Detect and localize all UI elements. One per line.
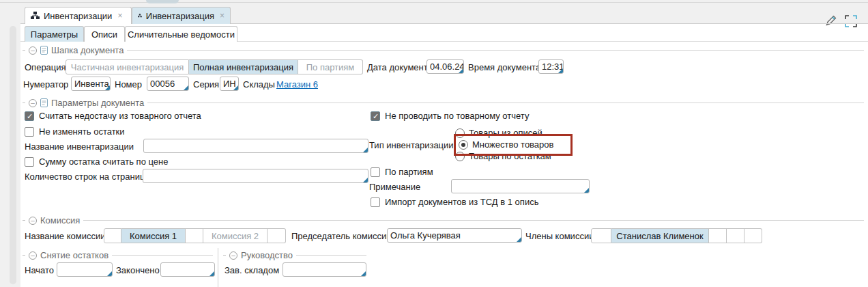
group-line <box>296 255 366 256</box>
checkbox-icon <box>371 197 380 207</box>
chairman-field[interactable]: Ольга Кучерявая <box>387 228 522 243</box>
collapse-icon[interactable] <box>29 99 37 107</box>
group-management: Руководство <box>223 250 366 260</box>
checkbox-by-batches[interactable]: По партиям <box>371 167 433 178</box>
collapse-icon[interactable] <box>29 217 37 225</box>
series-field[interactable]: ИН <box>220 77 239 91</box>
group-line <box>147 102 864 103</box>
checkbox-sum-by-price[interactable]: Сумму остатка считать по цене <box>25 156 168 167</box>
section-divider <box>218 248 218 287</box>
checkbox-label: По партиям <box>385 167 433 178</box>
checkbox-no-goods-report[interactable]: Не проводить по товарному отчету <box>371 111 529 122</box>
checkbox-label: Не проводить по товарному отчету <box>385 111 529 122</box>
member-cell-blank[interactable] <box>709 228 727 243</box>
group-title: Комиссия <box>40 215 80 226</box>
commission-cell-blank[interactable] <box>186 228 203 243</box>
chairman-label: Председатель комиссии <box>291 231 391 242</box>
group-doc-params: Параметры документа <box>23 98 864 108</box>
app-canvas: Инвентаризации × Инвентаризация × Параме… <box>0 0 868 287</box>
checkbox-count-shortage[interactable]: Считать недостачу из товарного отчета <box>25 111 201 122</box>
inventory-name-field[interactable] <box>143 139 368 153</box>
annotation-highlight-box <box>454 134 573 156</box>
number-field[interactable]: 00056 <box>147 77 189 91</box>
series-label: Серия <box>193 79 219 90</box>
commission-option-2[interactable]: Комиссия 2 <box>203 228 267 243</box>
doc-tab-inventory[interactable]: Инвентаризация × <box>132 7 231 24</box>
group-commission: Комиссия <box>23 215 864 226</box>
close-icon[interactable]: × <box>220 11 225 20</box>
group-line <box>112 255 213 256</box>
tab-statements[interactable]: Сличительные ведомости <box>125 26 237 42</box>
checkbox-icon <box>25 157 34 167</box>
finished-field[interactable] <box>160 262 215 277</box>
rows-per-page-label: Количество строк на страницу <box>25 172 149 182</box>
collapse-icon[interactable] <box>29 251 37 260</box>
checkbox-label: Сумму остатка считать по цене <box>39 156 168 167</box>
members-label: Члены комиссии <box>525 231 594 242</box>
commission-name-label: Название комиссии <box>25 231 106 242</box>
note-field[interactable] <box>451 179 590 193</box>
group-dash <box>23 50 25 51</box>
edit-pencil-icon[interactable] <box>824 14 838 29</box>
operation-label: Операция <box>25 62 66 73</box>
group-dash <box>23 102 25 103</box>
number-label: Номер <box>115 79 142 90</box>
commission-cell-blank[interactable] <box>104 228 121 243</box>
member-cell-blank[interactable] <box>744 228 762 243</box>
member-cell-blank[interactable] <box>727 228 744 243</box>
warehouse-head-field[interactable] <box>283 262 366 277</box>
time-field[interactable]: 12:31 <box>538 59 564 74</box>
toolbar-button-remnant <box>146 0 179 3</box>
group-title: Параметры документа <box>51 98 144 108</box>
left-scrollbar[interactable] <box>10 26 16 284</box>
group-line <box>127 50 864 51</box>
commission-option-1[interactable]: Комиссия 1 <box>121 228 186 243</box>
collapse-icon[interactable] <box>29 46 37 55</box>
tab-label: Параметры <box>31 29 78 40</box>
checkbox-no-change-stock[interactable]: Не изменять остатки <box>25 126 125 137</box>
inventory-name-label: Название инвентаризации <box>25 141 134 152</box>
numerator-field[interactable]: Инвента <box>71 77 111 91</box>
checkbox-label: Не изменять остатки <box>39 126 125 137</box>
checkbox-icon <box>25 111 34 121</box>
fullscreen-icon[interactable] <box>845 15 857 29</box>
tab-inventories-list[interactable]: Описи <box>84 26 125 42</box>
finished-label: Закончено <box>116 265 160 276</box>
group-dash <box>23 255 25 256</box>
checkbox-import-tsd[interactable]: Импорт документов из ТСД в 1 опись <box>371 197 538 208</box>
group-stock-taking: Снятие остатков <box>23 250 213 260</box>
date-field[interactable]: 04.06.24 <box>426 59 464 74</box>
operation-option-batches[interactable]: По партиям <box>298 59 363 74</box>
close-icon[interactable]: × <box>117 11 122 20</box>
member-option-1[interactable]: Станислав Клименок <box>611 228 709 243</box>
group-title: Шапка документа <box>51 45 124 55</box>
collapse-icon[interactable] <box>229 251 237 260</box>
top-divider <box>0 2 868 3</box>
operation-option-full[interactable]: Полная инвентаризация <box>189 59 298 74</box>
doc-tab-label: Инвентаризации <box>44 11 112 21</box>
member-cell-blank[interactable] <box>591 228 611 243</box>
checkbox-label: Считать недостачу из товарного отчета <box>39 111 201 122</box>
tab-label: Описи <box>91 29 117 40</box>
org-chart-icon <box>138 12 142 20</box>
commission-cell-blank[interactable] <box>267 228 286 243</box>
rows-per-page-field[interactable] <box>143 169 368 183</box>
note-label: Примечание <box>369 182 420 193</box>
org-chart-icon <box>31 12 40 20</box>
tab-parameters[interactable]: Параметры <box>25 26 84 42</box>
document-icon <box>40 98 48 107</box>
warehouse-link[interactable]: Магазин 6 <box>276 79 318 90</box>
doc-tab-label: Инвентаризация <box>146 11 214 21</box>
time-label: Время документа <box>468 62 540 73</box>
warehouse-head-label: Зав. складом <box>225 265 279 276</box>
doc-tab-inventories[interactable]: Инвентаризации × <box>25 7 132 24</box>
checkbox-icon <box>371 111 380 121</box>
operation-segmented-control: Частичная инвентаризация Полная инвентар… <box>66 59 363 74</box>
started-field[interactable] <box>57 262 113 277</box>
document-icon <box>40 46 48 55</box>
group-title: Руководство <box>241 250 293 260</box>
tab-label: Сличительные ведомости <box>128 29 235 40</box>
operation-option-partial[interactable]: Частичная инвентаризация <box>66 59 189 74</box>
group-dash <box>223 255 226 256</box>
group-line <box>83 220 864 221</box>
